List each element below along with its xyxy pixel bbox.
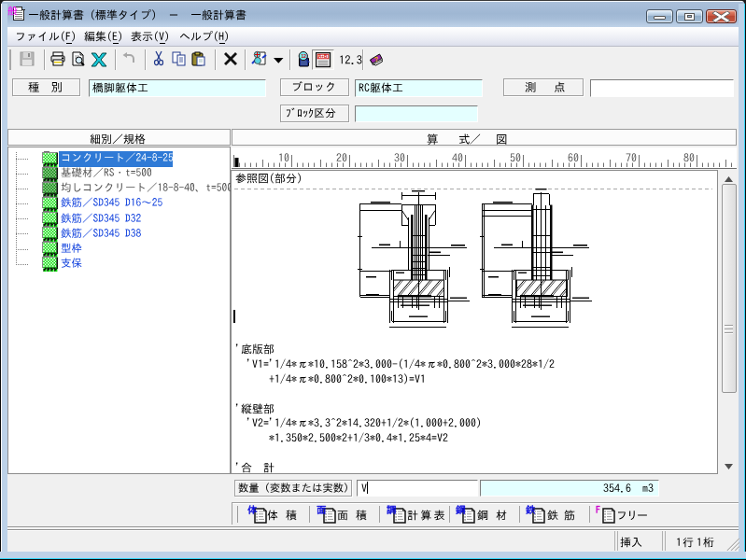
svg-text:A+B: A+B [318,54,328,59]
svg-text:12: 12 [301,53,306,59]
